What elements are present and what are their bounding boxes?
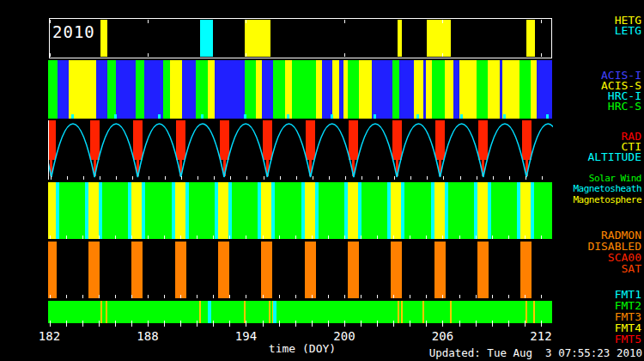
radmon-disabled-bar — [218, 242, 229, 298]
major-tick — [541, 20, 542, 23]
legend-label-hrc-s: HRC-S — [608, 101, 641, 112]
instrument-segment — [372, 60, 392, 119]
daily-tick — [66, 236, 67, 239]
radmon-disabled-bar — [305, 242, 316, 298]
daily-tick — [279, 236, 280, 239]
instrument-segment — [163, 60, 170, 119]
fmt-stripe-yellow — [398, 301, 399, 323]
daily-tick — [115, 295, 116, 298]
axis-tick — [263, 321, 264, 327]
axis-tick — [312, 321, 313, 327]
axis-tick — [295, 321, 296, 327]
grating-block — [100, 20, 107, 57]
daily-tick — [296, 176, 297, 180]
radmon-disabled-bar — [88, 242, 100, 298]
daily-tick — [344, 295, 345, 298]
apogee-tick — [460, 114, 463, 119]
daily-tick — [131, 236, 132, 239]
daily-tick — [131, 295, 132, 298]
daily-tick — [493, 176, 494, 180]
instrument-segment — [531, 60, 537, 119]
instrument-segment — [459, 60, 477, 119]
daily-tick — [313, 176, 313, 180]
magnetosphere-segment — [348, 182, 358, 239]
daily-tick — [51, 176, 52, 180]
fmt-stripe-yellow — [199, 301, 201, 323]
chandra-snapshot-timeline: 2010 HETGLETGACIS-IACIS-SHRC-IHRC-SRADCT… — [0, 0, 644, 361]
daily-tick — [426, 295, 427, 298]
legend-label-magnetosheath: Magnetosheath — [573, 183, 641, 194]
band-gratings — [49, 18, 552, 58]
apogee-tick — [374, 114, 376, 119]
magnetosphere-segment — [175, 182, 185, 239]
daily-tick — [410, 295, 410, 298]
instrument-segment — [348, 60, 359, 119]
daily-tick — [542, 176, 543, 180]
axis-tick — [459, 321, 460, 327]
daily-tick — [312, 295, 313, 298]
daily-tick — [115, 236, 116, 239]
fmt-stripe-cyan — [208, 301, 211, 323]
major-tick — [148, 53, 149, 57]
daily-tick — [492, 295, 493, 298]
instrument-segment — [182, 60, 196, 119]
legend-label-magnetosphere: Magnetosphere — [573, 194, 641, 205]
instrument-segment — [399, 60, 414, 119]
radmon-disabled-bar — [261, 242, 272, 298]
instrument-segment — [144, 60, 163, 119]
fmt-stripe-yellow — [269, 301, 270, 323]
daily-tick — [180, 295, 181, 298]
axis-tick-label: 212 — [530, 329, 551, 343]
instrument-segment — [322, 60, 332, 119]
daily-tick — [295, 295, 296, 298]
daily-tick — [82, 236, 83, 239]
instrument-segment — [256, 60, 262, 119]
daily-tick — [213, 295, 214, 298]
daily-tick — [525, 236, 526, 239]
daily-tick — [264, 176, 264, 180]
fmt-stripe-yellow — [450, 301, 452, 323]
major-tick — [50, 20, 51, 23]
band-instruments — [48, 60, 552, 119]
daily-tick — [165, 176, 166, 180]
magnetosphere-segment — [391, 182, 401, 239]
daily-tick — [82, 295, 83, 298]
axis-tick — [50, 321, 51, 327]
axis-tick — [197, 321, 197, 327]
daily-tick — [99, 236, 100, 239]
daily-tick — [295, 236, 296, 239]
axis-tick — [476, 321, 477, 327]
apogee-tick — [71, 114, 74, 119]
major-tick — [246, 20, 246, 23]
daily-tick — [361, 236, 361, 239]
fmt-stripe-yellow — [533, 301, 535, 323]
magnetosphere-segment — [48, 182, 56, 239]
axis-tick — [164, 321, 165, 327]
magnetosphere-segment — [520, 182, 531, 239]
daily-tick — [213, 236, 214, 239]
major-tick — [148, 20, 149, 23]
daily-tick — [197, 236, 197, 239]
major-tick — [246, 53, 246, 57]
fmt-stripe-yellow — [526, 301, 527, 323]
axis-tick — [99, 321, 100, 327]
axis-tick — [115, 321, 116, 327]
magnetosphere-segment — [477, 182, 488, 239]
magnetosphere-segment — [88, 182, 99, 239]
major-tick — [442, 53, 443, 57]
daily-tick — [246, 236, 246, 239]
apogee-tick — [503, 114, 506, 119]
axis-tick — [148, 321, 149, 327]
magnetosphere-segment — [305, 182, 315, 239]
daily-tick — [246, 295, 246, 298]
daily-tick — [361, 295, 361, 298]
daily-tick — [280, 176, 281, 180]
grating-block — [427, 20, 451, 57]
fmt-stripe-yellow — [401, 301, 403, 323]
instrument-segment — [136, 60, 144, 119]
apogee-tick — [287, 114, 289, 119]
legend-label-fmt5: FMT5 — [615, 333, 641, 345]
daily-tick — [50, 295, 51, 298]
axis-tick — [213, 321, 214, 327]
band-fmt — [48, 301, 552, 323]
